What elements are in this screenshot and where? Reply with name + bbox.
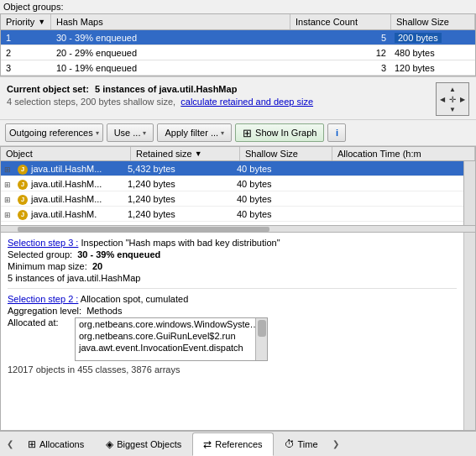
selection-step-3-link[interactable]: Selection step 3 : (8, 238, 78, 248)
nav-center-button[interactable]: ✛ (447, 94, 458, 104)
table-row[interactable]: ⊞ J java.util.HashM... 1,240 bytes 40 by… (1, 176, 475, 191)
row1-instance: 5 (290, 32, 391, 44)
header-hashmaps: Hash Maps (51, 14, 290, 29)
row-expand-4[interactable]: ⊞ (1, 208, 14, 220)
show-in-graph-button[interactable]: ⊞ Show In Graph (235, 123, 324, 142)
step2-agg-level: Aggregation level: Methods (8, 306, 457, 316)
objects-table-header: Object Retained size ▼ Shallow Size Allo… (0, 146, 476, 160)
obj-row4-name: java.util.HashM. (28, 208, 124, 220)
use-button[interactable]: Use ... ▾ (107, 123, 154, 142)
header-priority[interactable]: Priority ▼ (1, 14, 51, 29)
tab-biggest-objects[interactable]: ◈ Biggest Objects (95, 432, 192, 456)
obj-row3-retained: 1,240 bytes (124, 193, 233, 205)
step3-instances-text: 5 instances of java.util.HashMap (8, 273, 457, 283)
navigation-box: ▲ ◀ ✛ ▶ ▼ (436, 82, 469, 116)
outgoing-references-dropdown[interactable]: Outgoing references ▾ (5, 123, 103, 142)
last-text: 12017 objects in 455 classes, 3876 array… (8, 364, 457, 375)
row2-instance: 12 (290, 47, 391, 59)
vscroll-thumb[interactable] (258, 320, 266, 337)
selection-step-3: Selection step 3 : Inspection "Hash maps… (8, 238, 457, 283)
details-panel-vscrollbar[interactable] (463, 233, 475, 430)
groups-table-body: 1 30 - 39% enqueued 5 200 bytes 2 20 - 2… (0, 29, 476, 76)
header-alloc-time: Allocation Time (h:m (332, 147, 475, 160)
separator (8, 288, 457, 289)
tab-allocations[interactable]: ⊞ Allocations (17, 432, 95, 456)
allocated-list-vscrollbar[interactable] (255, 318, 267, 360)
java-icon-2: J (14, 177, 28, 191)
tab-time[interactable]: ⏱ Time (274, 432, 329, 456)
allocated-at-label: Allocated at: (8, 317, 75, 328)
allocated-at-list[interactable]: org.netbeans.core.windows.WindowSystemIm… (75, 317, 268, 361)
table-row[interactable]: 1 30 - 39% enqueued 5 200 bytes (1, 30, 475, 45)
selection-step-2-desc: Allocation spot, cumulated (81, 294, 188, 304)
row-expand-2[interactable]: ⊞ (1, 178, 14, 190)
table-row[interactable]: 3 10 - 19% enqueued 3 120 bytes (1, 60, 475, 76)
groups-table-header: Priority ▼ Hash Maps Instance Count Shal… (0, 13, 476, 29)
obj-row2-name: java.util.HashM... (28, 178, 124, 190)
nav-right-button[interactable]: ▶ (458, 94, 468, 104)
tabs-scroll-left[interactable]: ❮ (3, 434, 17, 454)
obj-row1-shallow: 40 bytes (233, 163, 326, 175)
info-icon: i (336, 128, 338, 138)
row-expand-1[interactable]: ⊞ (1, 163, 14, 175)
table-row[interactable]: 2 20 - 29% enqueued 12 480 bytes (1, 45, 475, 60)
table-row[interactable]: ⊞ J java.util.HashM. 1,240 bytes 40 byte… (1, 207, 475, 222)
obj-row1-name: java.util.HashM... (28, 163, 124, 175)
header-retained-size[interactable]: Retained size ▼ (131, 147, 240, 160)
table-row[interactable]: ⊞ J java.util.HashM... 5,432 bytes 40 by… (1, 161, 475, 176)
time-icon: ⏱ (285, 438, 295, 450)
expand-icon: ⊞ (4, 165, 11, 174)
obj-row3-shallow: 40 bytes (233, 193, 326, 205)
dropdown-arrow-icon: ▾ (96, 129, 99, 137)
row2-shallow: 480 bytes (391, 47, 475, 59)
selection-step-2-link[interactable]: Selection step 2 : (8, 294, 78, 304)
row2-name: 20 - 29% enqueued (51, 47, 290, 59)
table-row[interactable]: ⊞ J java.util.HashM... 1,240 bytes 40 by… (1, 191, 475, 207)
row3-priority: 3 (1, 62, 51, 74)
obj-row1-retained: 5,432 bytes (124, 163, 233, 175)
objects-table-hscrollbar[interactable] (0, 226, 476, 233)
references-icon: ⇄ (203, 438, 212, 450)
current-set-title: Current object set: 5 instances of java.… (7, 82, 429, 95)
objects-table-vscrollbar[interactable] (463, 161, 475, 225)
java-icon-3: J (14, 192, 28, 206)
object-groups-section: Object groups: Priority ▼ Hash Maps Inst… (0, 0, 476, 76)
row2-priority: 2 (1, 47, 51, 59)
details-panel: Selection step 3 : Inspection "Hash maps… (0, 233, 476, 431)
obj-row4-shallow: 40 bytes (233, 208, 326, 220)
objects-table-body: ⊞ J java.util.HashM... 5,432 bytes 40 by… (0, 160, 476, 226)
objects-table: Object Retained size ▼ Shallow Size Allo… (0, 146, 476, 233)
current-object-set: Current object set: 5 instances of java.… (0, 76, 476, 119)
apply-filter-button[interactable]: Apply filter ... ▾ (157, 123, 232, 142)
tab-references[interactable]: ⇄ References (192, 432, 273, 456)
obj-row3-name: java.util.HashM... (28, 193, 124, 205)
tabs-scroll-right[interactable]: ❯ (329, 434, 343, 454)
obj-row3-alloc (326, 198, 475, 200)
nav-down-button[interactable]: ▼ (447, 104, 458, 114)
row-expand-3[interactable]: ⊞ (1, 193, 14, 205)
selection-step-3-desc: Inspection "Hash maps with bad key distr… (81, 238, 280, 248)
row1-name: 30 - 39% enqueued (51, 32, 290, 44)
row1-shallow: 200 bytes (391, 32, 475, 44)
info-button[interactable]: i (327, 123, 346, 142)
header-instance-count: Instance Count (290, 14, 391, 29)
nav-left-button[interactable]: ◀ (437, 94, 447, 104)
object-groups-label: Object groups: (0, 0, 476, 13)
calculate-retained-link[interactable]: calculate retained and deep size (180, 97, 313, 107)
details-content: Selection step 3 : Inspection "Hash maps… (1, 233, 463, 430)
step3-selected-group: Selected group: 30 - 39% enqueued (8, 249, 457, 259)
obj-row2-shallow: 40 bytes (233, 178, 326, 190)
nav-up-button[interactable]: ▲ (447, 84, 458, 94)
list-item[interactable]: org.netbeans.core.GuiRunLevel$2.run (76, 330, 267, 342)
row1-priority: 1 (1, 32, 51, 44)
list-item[interactable]: java.awt.event.InvocationEvent.dispatch (76, 342, 267, 354)
use-dropdown-arrow-icon: ▾ (143, 129, 146, 137)
obj-row1-alloc (326, 168, 475, 170)
expand-icon: ⊞ (4, 181, 11, 189)
allocations-icon: ⊞ (28, 438, 36, 450)
hscroll-thumb[interactable] (18, 227, 269, 232)
biggest-objects-icon: ◈ (106, 438, 113, 450)
filter-dropdown-arrow-icon: ▾ (221, 129, 224, 137)
list-item[interactable]: org.netbeans.core.windows.WindowSystemIm… (76, 318, 267, 330)
retained-sort-icon: ▼ (195, 149, 202, 158)
